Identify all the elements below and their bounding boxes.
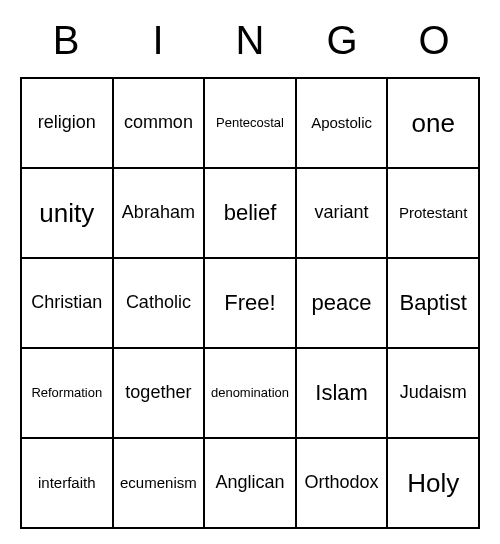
cell-text: Judaism [400,383,467,403]
cell-text: denomination [211,386,289,400]
bingo-card: B I N G O religion common Pentecostal Ap… [20,10,480,529]
bingo-cell[interactable]: Judaism [387,348,479,438]
cell-text: Reformation [31,386,102,400]
bingo-cell[interactable]: variant [296,168,388,258]
bingo-cell[interactable]: peace [296,258,388,348]
bingo-cell-free[interactable]: Free! [204,258,296,348]
cell-text: one [411,109,454,138]
cell-text: peace [312,291,372,315]
header-letter-n: N [204,18,296,63]
header-letter-i: I [112,18,204,63]
cell-text: together [125,383,191,403]
bingo-cell[interactable]: belief [204,168,296,258]
cell-text: Baptist [400,291,467,315]
bingo-cell[interactable]: Protestant [387,168,479,258]
cell-text: unity [39,199,94,228]
bingo-cell[interactable]: denomination [204,348,296,438]
header-letter-b: B [20,18,112,63]
bingo-grid: religion common Pentecostal Apostolic on… [20,77,480,529]
bingo-cell[interactable]: Apostolic [296,78,388,168]
cell-text: interfaith [38,475,96,492]
bingo-header: B I N G O [20,10,480,77]
cell-text: religion [38,113,96,133]
bingo-cell[interactable]: one [387,78,479,168]
bingo-cell[interactable]: Catholic [113,258,205,348]
cell-text: ecumenism [120,475,197,492]
bingo-cell[interactable]: interfaith [21,438,113,528]
cell-text: Christian [31,293,102,313]
bingo-cell[interactable]: Christian [21,258,113,348]
cell-text: Catholic [126,293,191,313]
cell-text: Islam [315,381,368,405]
cell-text: Abraham [122,203,195,223]
header-letter-o: O [388,18,480,63]
bingo-cell[interactable]: common [113,78,205,168]
bingo-cell[interactable]: Orthodox [296,438,388,528]
bingo-cell[interactable]: Baptist [387,258,479,348]
cell-text: Free! [224,291,275,315]
cell-text: variant [315,203,369,223]
bingo-cell[interactable]: Holy [387,438,479,528]
bingo-cell[interactable]: together [113,348,205,438]
bingo-cell[interactable]: ecumenism [113,438,205,528]
bingo-cell[interactable]: Pentecostal [204,78,296,168]
bingo-cell[interactable]: Islam [296,348,388,438]
bingo-cell[interactable]: religion [21,78,113,168]
cell-text: Orthodox [305,473,379,493]
header-letter-g: G [296,18,388,63]
bingo-cell[interactable]: Abraham [113,168,205,258]
cell-text: Holy [407,469,459,498]
bingo-cell[interactable]: unity [21,168,113,258]
bingo-cell[interactable]: Anglican [204,438,296,528]
cell-text: Pentecostal [216,116,284,130]
cell-text: Anglican [215,473,284,493]
cell-text: belief [224,201,277,225]
cell-text: common [124,113,193,133]
cell-text: Apostolic [311,115,372,132]
cell-text: Protestant [399,205,467,222]
bingo-cell[interactable]: Reformation [21,348,113,438]
